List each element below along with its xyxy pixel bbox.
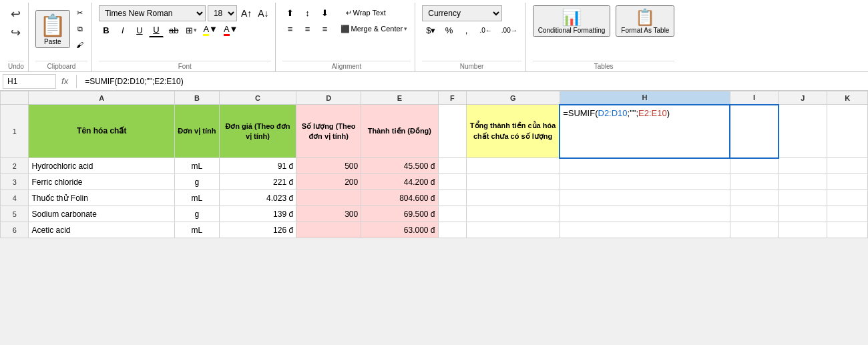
col-header-d[interactable]: D	[296, 91, 361, 105]
formula-input[interactable]	[82, 75, 865, 87]
cell-a2[interactable]: Hydrochloric acid	[29, 158, 175, 174]
row-header-3[interactable]: 3	[1, 174, 29, 190]
font-grow-button[interactable]: A↑	[239, 7, 254, 19]
fill-color-button[interactable]: A▼	[201, 23, 220, 37]
col-header-b[interactable]: B	[175, 91, 220, 105]
row-header-2[interactable]: 2	[1, 158, 29, 174]
strikethrough-button[interactable]: ab	[166, 23, 182, 37]
font-shrink-button[interactable]: A↓	[256, 7, 270, 19]
comma-button[interactable]: ,	[458, 23, 474, 37]
cell-f6[interactable]	[438, 222, 466, 238]
cell-reference-input[interactable]	[3, 74, 56, 89]
cell-g4[interactable]	[467, 190, 560, 206]
row-header-1[interactable]: 1	[1, 105, 29, 158]
conditional-formatting-button[interactable]: 📊 Conditional Formatting	[533, 5, 611, 37]
cell-b6[interactable]: mL	[175, 222, 220, 238]
cell-d6[interactable]	[296, 222, 361, 238]
cell-h4[interactable]	[560, 190, 730, 206]
cell-e5[interactable]: 69.500 đ	[361, 206, 438, 222]
cell-i1[interactable]	[730, 105, 779, 158]
cell-j5[interactable]	[779, 206, 827, 222]
bold-button[interactable]: B	[99, 23, 114, 37]
format-as-table-button[interactable]: 📋 Format As Table	[616, 5, 674, 37]
cell-b2[interactable]: mL	[175, 158, 220, 174]
col-header-j[interactable]: J	[779, 91, 827, 105]
currency-symbol-button[interactable]: $▾	[422, 23, 439, 37]
cell-d5[interactable]: 300	[296, 206, 361, 222]
cell-i5[interactable]	[730, 206, 779, 222]
align-left-button[interactable]: ≡	[282, 21, 298, 36]
cell-b1[interactable]: Đơn vị tính	[175, 105, 220, 158]
cell-f5[interactable]	[438, 206, 466, 222]
paste-button[interactable]: 📋 Paste	[35, 10, 70, 48]
cell-h2[interactable]	[560, 158, 730, 174]
cell-g6[interactable]	[467, 222, 560, 238]
cell-a4[interactable]: Thuốc thử Folin	[29, 190, 175, 206]
cell-e2[interactable]: 45.500 đ	[361, 158, 438, 174]
cell-a6[interactable]: Acetic acid	[29, 222, 175, 238]
increase-decimal-button[interactable]: .00→	[497, 23, 521, 37]
align-bottom-button[interactable]: ⬇	[317, 5, 333, 20]
cell-a3[interactable]: Ferric chloride	[29, 174, 175, 190]
col-header-i[interactable]: I	[730, 91, 779, 105]
align-center-button[interactable]: ≡	[300, 21, 316, 36]
cell-e4[interactable]: 804.600 đ	[361, 190, 438, 206]
undo-button[interactable]: ↩	[8, 5, 24, 23]
align-top-button[interactable]: ⬆	[282, 5, 298, 20]
cell-i2[interactable]	[730, 158, 779, 174]
cell-i4[interactable]	[730, 190, 779, 206]
font-size-select[interactable]: 18	[208, 5, 237, 21]
cell-h1[interactable]: =SUMIF(D2:D10;"";​E2:E10)	[560, 105, 730, 158]
cell-e6[interactable]: 63.000 đ	[361, 222, 438, 238]
cell-k6[interactable]	[827, 222, 868, 238]
cell-g5[interactable]	[467, 206, 560, 222]
cell-k5[interactable]	[827, 206, 868, 222]
cell-i6[interactable]	[730, 222, 779, 238]
copy-button[interactable]: ⧉	[73, 21, 87, 36]
cell-k3[interactable]	[827, 174, 868, 190]
col-header-h[interactable]: H	[560, 91, 730, 105]
cell-h3[interactable]	[560, 174, 730, 190]
align-right-button[interactable]: ≡	[317, 21, 333, 36]
cell-k2[interactable]	[827, 158, 868, 174]
cell-h6[interactable]	[560, 222, 730, 238]
cell-f2[interactable]	[438, 158, 466, 174]
row-header-6[interactable]: 6	[1, 222, 29, 238]
cell-e3[interactable]: 44.200 đ	[361, 174, 438, 190]
borders-button[interactable]: ⊞ ▾	[184, 23, 199, 37]
cell-i3[interactable]	[730, 174, 779, 190]
cell-a1[interactable]: Tên hóa chất	[29, 105, 175, 158]
cell-b3[interactable]: g	[175, 174, 220, 190]
row-header-5[interactable]: 5	[1, 206, 29, 222]
cell-b4[interactable]: mL	[175, 190, 220, 206]
cell-d2[interactable]: 500	[296, 158, 361, 174]
merge-center-button[interactable]: ⬛ Merge & Center ▾	[337, 21, 411, 36]
col-header-e[interactable]: E	[361, 91, 438, 105]
percent-button[interactable]: %	[441, 23, 457, 37]
row-header-4[interactable]: 4	[1, 190, 29, 206]
font-family-select[interactable]: Times New Roman	[99, 5, 206, 21]
col-header-k[interactable]: K	[827, 91, 868, 105]
cell-c3[interactable]: 221 đ	[219, 174, 296, 190]
cell-d4[interactable]	[296, 190, 361, 206]
decrease-decimal-button[interactable]: .0←	[475, 23, 495, 37]
cell-c1[interactable]: Đơn giá (Theo đơn vị tính)	[219, 105, 296, 158]
align-middle-button[interactable]: ↕	[300, 5, 316, 20]
underline-button[interactable]: U	[132, 23, 147, 37]
cell-f1[interactable]	[438, 105, 466, 158]
cut-button[interactable]: ✂	[73, 5, 87, 20]
double-underline-button[interactable]: U	[149, 23, 164, 37]
cell-c5[interactable]: 139 đ	[219, 206, 296, 222]
cell-g3[interactable]	[467, 174, 560, 190]
col-header-a[interactable]: A	[29, 91, 175, 105]
cell-j6[interactable]	[779, 222, 827, 238]
cell-c6[interactable]: 126 đ	[219, 222, 296, 238]
cell-k4[interactable]	[827, 190, 868, 206]
cell-b5[interactable]: g	[175, 206, 220, 222]
italic-button[interactable]: I	[116, 23, 130, 37]
cell-h5[interactable]	[560, 206, 730, 222]
format-painter-button[interactable]: 🖌	[73, 37, 87, 52]
cell-c4[interactable]: 4.023 đ	[219, 190, 296, 206]
cell-k1[interactable]	[827, 105, 868, 158]
cell-g2[interactable]	[467, 158, 560, 174]
